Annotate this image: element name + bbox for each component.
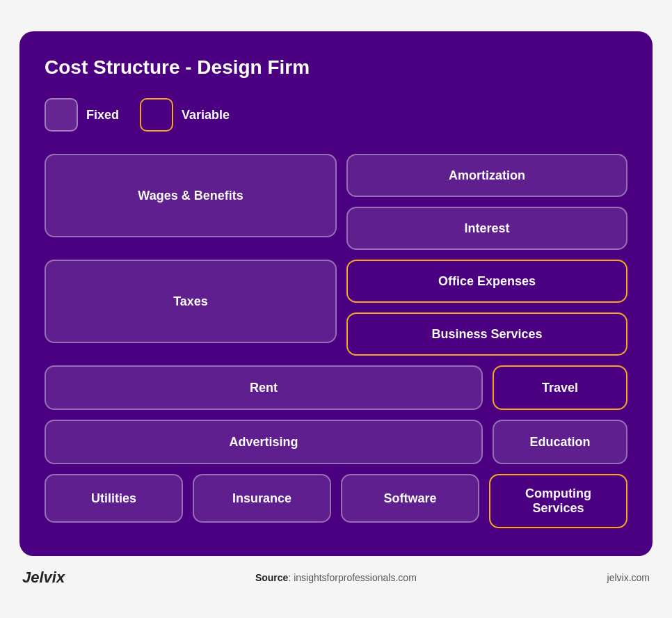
legend-fixed: Fixed	[45, 98, 119, 132]
taxes-box: Taxes	[45, 260, 337, 356]
office-expenses-box: Office Expenses	[346, 260, 627, 303]
rent-box: Rent	[45, 365, 483, 410]
grid-area: Wages & Benefits Amortization Interest T	[45, 154, 627, 528]
legend-variable-box	[140, 98, 173, 132]
footer-source: Source: insightsforprofessionals.com	[255, 572, 417, 583]
education-box: Education	[493, 420, 627, 464]
footer-source-text: : insightsforprofessionals.com	[288, 572, 416, 583]
legend-fixed-box	[45, 98, 78, 132]
legend-variable: Variable	[140, 98, 230, 132]
right-col-1: Amortization Interest	[346, 154, 627, 250]
card-title: Cost Structure - Design Firm	[45, 56, 627, 79]
insurance-box: Insurance	[193, 474, 331, 523]
footer-brand: Jelvix	[22, 569, 65, 587]
footer-url: jelvix.com	[607, 572, 650, 583]
utilities-wrapper: Utilities	[45, 474, 183, 528]
amortization-box: Amortization	[346, 154, 627, 197]
insurance-wrapper: Insurance	[193, 474, 331, 528]
travel-box: Travel	[493, 365, 627, 410]
computing-wrapper: Computing Services	[489, 474, 627, 528]
rent-wrapper: Rent	[45, 365, 483, 410]
interest-box: Interest	[346, 207, 627, 250]
legend-variable-label: Variable	[182, 108, 230, 122]
taxes-cell: Taxes	[45, 260, 337, 343]
wages-benefits-cell: Wages & Benefits	[45, 154, 337, 237]
education-wrapper: Education	[493, 420, 627, 464]
page-wrapper: Cost Structure - Design Firm Fixed Varia…	[0, 0, 672, 618]
software-box: Software	[341, 474, 479, 523]
main-card: Cost Structure - Design Firm Fixed Varia…	[19, 31, 653, 556]
footer-source-label: Source	[255, 572, 288, 583]
row-1: Wages & Benefits Amortization Interest	[45, 154, 627, 250]
footer: Jelvix Source: insightsforprofessionals.…	[19, 569, 653, 587]
row-2: Taxes Office Expenses Business Services	[45, 260, 627, 356]
travel-wrapper: Travel	[493, 365, 627, 410]
business-services-box: Business Services	[346, 312, 627, 356]
computing-services-box: Computing Services	[489, 474, 627, 528]
legend: Fixed Variable	[45, 98, 627, 132]
row-4: Advertising Education	[45, 420, 627, 464]
row-3: Rent Travel	[45, 365, 627, 410]
advertising-wrapper: Advertising	[45, 420, 483, 464]
wages-benefits-box: Wages & Benefits	[45, 154, 337, 250]
legend-fixed-label: Fixed	[86, 108, 119, 122]
utilities-box: Utilities	[45, 474, 183, 523]
row-5: Utilities Insurance Software Computing S…	[45, 474, 627, 528]
software-wrapper: Software	[341, 474, 479, 528]
advertising-box: Advertising	[45, 420, 483, 464]
right-col-2: Office Expenses Business Services	[346, 260, 627, 356]
